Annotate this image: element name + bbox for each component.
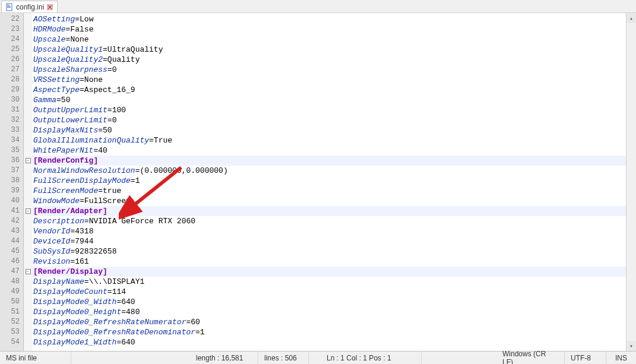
- code-line[interactable]: AspectType=Aspect_16_9: [32, 85, 626, 95]
- fold-cell: [24, 34, 32, 45]
- line-number: 45: [0, 246, 23, 257]
- scroll-down-icon[interactable]: ▾: [626, 341, 636, 351]
- scroll-up-icon[interactable]: ▴: [626, 13, 636, 23]
- equals-sign: =: [80, 197, 84, 205]
- ini-key: FullScreenDisplayMode: [33, 176, 131, 185]
- line-number: 33: [0, 125, 23, 135]
- fold-cell: [24, 186, 32, 196]
- code-line[interactable]: DisplayMode0_RefreshRateDenominator=1: [32, 327, 626, 337]
- code-line[interactable]: DisplayMode0_RefreshRateNumerator=60: [32, 317, 626, 327]
- code-line[interactable]: DisplayName=\\.\DISPLAY1: [32, 277, 626, 287]
- code-line[interactable]: WhitePaperNit=40: [32, 145, 626, 156]
- code-line[interactable]: DisplayMode0_Height=480: [32, 307, 626, 317]
- code-line[interactable]: VendorId=4318: [32, 226, 626, 236]
- code-line[interactable]: GlobalIlluminationQuality=True: [32, 135, 626, 145]
- line-number: 23: [0, 24, 23, 34]
- code-line[interactable]: DeviceId=7944: [32, 236, 626, 246]
- status-lines: lines : 506: [258, 352, 309, 364]
- ini-key: DisplayMode0_RefreshRateDenominator: [33, 328, 195, 337]
- fold-cell: [24, 216, 32, 226]
- code-line[interactable]: DisplayMaxNits=50: [32, 125, 626, 135]
- status-length: length : 16,581: [190, 352, 258, 364]
- line-number: 47: [0, 267, 23, 277]
- code-line[interactable]: FullScreenMode=true: [32, 186, 626, 196]
- fold-toggle-icon[interactable]: −: [26, 208, 31, 214]
- code-line[interactable]: DisplayMode1_Width=640: [32, 337, 626, 347]
- ini-key: WhitePaperNit: [33, 146, 93, 155]
- code-line[interactable]: Gamma=50: [32, 95, 626, 105]
- ini-value: 480: [126, 308, 140, 316]
- fold-cell: [24, 297, 32, 307]
- code-line[interactable]: SubSysId=928322658: [32, 246, 626, 257]
- ini-key: VRSSetting: [33, 75, 80, 84]
- equals-sign: =: [56, 96, 61, 105]
- code-line[interactable]: UpscaleQuality1=UltraQuality: [32, 45, 626, 55]
- fold-toggle-icon[interactable]: −: [26, 158, 31, 163]
- line-number: 31: [0, 105, 23, 115]
- fold-cell[interactable]: −: [24, 156, 32, 166]
- code-line[interactable]: WindowMode=FullScreen: [32, 196, 626, 206]
- ini-value: Aspect_16_9: [84, 86, 135, 94]
- fold-cell[interactable]: −: [24, 206, 32, 216]
- fold-toggle-icon[interactable]: −: [26, 269, 31, 274]
- fold-column: −−−: [24, 13, 32, 351]
- ini-key: OutputLowerLimit: [33, 116, 107, 125]
- vertical-scrollbar[interactable]: ▴ ▾: [626, 13, 636, 351]
- ini-value: 40: [98, 146, 107, 155]
- status-bar: MS ini file length : 16,581 lines : 506 …: [0, 351, 636, 364]
- ini-key: Gamma: [33, 96, 56, 105]
- ini-value: 640: [121, 338, 135, 347]
- fold-cell: [24, 327, 32, 337]
- code-line[interactable]: Upscale=None: [32, 34, 626, 45]
- ini-key: DisplayMode1_Width: [33, 338, 116, 347]
- code-line[interactable]: UpscaleQuality2=Quality: [32, 55, 626, 65]
- code-line[interactable]: OutputUpperLimit=100: [32, 105, 626, 115]
- code-line[interactable]: VRSSetting=None: [32, 75, 626, 85]
- line-number-gutter: 2223242526272829303132333435363738394041…: [0, 13, 24, 351]
- fold-cell: [24, 176, 32, 186]
- ini-section: [Render/Display]: [33, 267, 107, 276]
- code-line[interactable]: [RenderConfig]: [32, 156, 626, 166]
- code-line[interactable]: [Render/Display]: [32, 267, 626, 277]
- fold-cell[interactable]: −: [24, 267, 32, 277]
- code-line[interactable]: HDRMode=False: [32, 24, 626, 34]
- ini-key: DisplayMode0_Width: [33, 297, 116, 306]
- code-line[interactable]: OutputLowerLimit=0: [32, 115, 626, 125]
- fold-cell: [24, 257, 32, 267]
- file-tab-config[interactable]: config.ini: [1, 1, 58, 12]
- equals-sign: =: [75, 15, 80, 24]
- code-line[interactable]: Description=NVIDIA GeForce RTX 2060: [32, 216, 626, 226]
- line-number: 42: [0, 216, 23, 226]
- ini-value: Quality: [107, 55, 140, 64]
- file-icon: [5, 3, 14, 11]
- fold-cell: [24, 196, 32, 206]
- equals-sign: =: [149, 136, 154, 145]
- equals-sign: =: [80, 86, 84, 94]
- fold-cell: [24, 14, 32, 24]
- code-line[interactable]: NormalWindowResolution=(0.000000,0.00000…: [32, 166, 626, 176]
- equals-sign: =: [121, 308, 126, 316]
- code-content[interactable]: AOSetting=LowHDRMode=FalseUpscale=NoneUp…: [32, 13, 626, 351]
- ini-value: 60: [191, 318, 200, 327]
- fold-cell: [24, 317, 32, 327]
- close-icon[interactable]: [46, 4, 53, 11]
- code-line[interactable]: UpscaleSharpness=0: [32, 65, 626, 75]
- ini-value: 50: [103, 126, 112, 135]
- code-line[interactable]: [Render/Adapter]: [32, 206, 626, 216]
- code-line[interactable]: DisplayModeCount=114: [32, 287, 626, 297]
- line-number: 26: [0, 55, 23, 65]
- code-line[interactable]: DisplayMode0_Width=640: [32, 297, 626, 307]
- code-line[interactable]: FullScreenDisplayMode=1: [32, 176, 626, 186]
- code-line[interactable]: Revision=161: [32, 257, 626, 267]
- code-line[interactable]: AOSetting=Low: [32, 14, 626, 24]
- equals-sign: =: [107, 65, 112, 74]
- ini-key: SubSysId: [33, 247, 70, 256]
- ini-key: DisplayModeCount: [33, 287, 107, 296]
- fold-cell: [24, 135, 32, 145]
- ini-value: 100: [112, 106, 126, 115]
- status-filetype: MS ini file: [0, 352, 71, 364]
- ini-key: Revision: [33, 257, 70, 266]
- scroll-track[interactable]: [626, 23, 636, 341]
- equals-sign: =: [98, 126, 103, 135]
- ini-value: 114: [112, 287, 126, 296]
